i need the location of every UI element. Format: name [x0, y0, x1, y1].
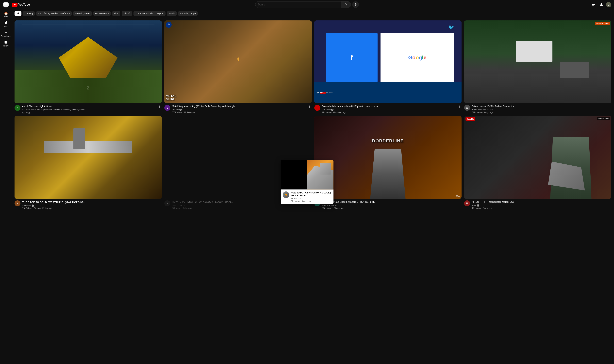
more-button-metalslug[interactable]: ⋮ [307, 104, 312, 108]
video-card-driver[interactable]: Head-On Havoc W Driver Leaves 10-Mile Pa… [464, 20, 611, 115]
trouble-badge: Trouble [465, 117, 475, 121]
thumb-number-overlay: 2 [87, 85, 90, 91]
car-white [516, 41, 552, 62]
video-card-bombshell[interactable]: f Google FOX NEWS CHANNEL 🐦 F [314, 20, 461, 115]
video-info-borderline: B UK Marine Plays Modern Warfare 2 - BOR… [314, 199, 461, 210]
avatar-button[interactable]: G [606, 2, 611, 7]
chip-live[interactable]: Live [112, 11, 120, 16]
facebook-logo: f [326, 33, 377, 82]
channel-avatar-bombshell: F [314, 105, 320, 111]
video-title-airsoft: AIRSOFT TTT - Jet Declares Martial Law! [472, 200, 611, 204]
search-input[interactable] [255, 1, 341, 8]
ps-logo-container: P [166, 22, 172, 28]
video-card-metalslug[interactable]: P METALSLUG 4 B Metal Slug: Awakening (2… [164, 20, 311, 115]
channel-name-driver: Wham Slam Traffic Cam [472, 109, 611, 111]
sidebar-item-shorts[interactable]: Shorts [1, 20, 11, 29]
popup-card[interactable]: 🔫 HOW TO PUT A SWITCH ON A GLOCK ( EDUCA… [281, 160, 334, 204]
popup-title: HOW TO PUT A SWITCH ON A GLOCK ( EDUCATI… [291, 191, 332, 197]
video-meta-metalslug: Metal Slug: Awakening (2023) - Early Gam… [172, 105, 311, 114]
google-text: Google [408, 54, 426, 61]
more-button-bombshell[interactable]: ⋮ [457, 104, 461, 108]
hamburger-line-1 [4, 3, 8, 4]
video-stats-bombshell: 12K views • 39 minutes ago [322, 111, 461, 114]
search-icon [345, 3, 348, 6]
weapon-shape [44, 141, 132, 153]
thumbnail-metalslug: P METALSLUG 4 [164, 20, 311, 103]
youtube-logo[interactable]: YouTube [12, 3, 30, 7]
thumbnail-noah [14, 116, 162, 199]
sidebar-label-subscriptions: Subscriptions [1, 35, 11, 37]
home-icon: 🏠 [4, 12, 8, 15]
more-button-noah[interactable]: ⋮ [157, 200, 162, 204]
mic-button[interactable] [352, 1, 359, 8]
chip-shooting[interactable]: Shooting range [178, 11, 198, 16]
video-card-noah[interactable]: N THE RAGE TO GOLD EVERYTHING. (MW2 MCPR… [14, 116, 162, 210]
header-right: G [578, 1, 611, 8]
popup-left-black [281, 160, 307, 189]
more-button-ad[interactable]: ⋮ [157, 104, 162, 108]
sidebar-item-library[interactable]: Library [1, 39, 11, 48]
video-stats-glock: 27K views • 6 days ago [172, 207, 311, 209]
chip-airsoft[interactable]: Airsoft [122, 11, 132, 16]
glock-shape [320, 163, 331, 174]
video-title-ad: Avoid Effects at High Altitude [22, 105, 162, 108]
chip-all[interactable]: All [14, 11, 21, 16]
video-title-metalslug: Metal Slug: Awakening (2023) - Early Gam… [172, 105, 311, 108]
subscriptions-icon [4, 31, 8, 35]
popup-avatar-img: 🔫 [283, 191, 289, 198]
popup-thumbnail [281, 160, 334, 189]
bell-icon [600, 3, 603, 6]
channel-avatar-ad: A [14, 105, 20, 111]
more-button-driver[interactable]: ⋮ [607, 104, 611, 108]
video-stats-borderline: 847 views • 12 hours ago [322, 207, 461, 209]
chip-cod[interactable]: Call of Duty: Modern Warfare 2 [36, 11, 72, 16]
video-grid: 2 A Avoid Effects at High Altitude We Ar… [12, 18, 614, 115]
video-stats-airsoft: 90K views • 2 days ago [472, 207, 611, 209]
chip-skyrim[interactable]: The Elder Scrolls V: Skyrim [134, 11, 166, 16]
video-info-noah: N THE RAGE TO GOLD EVERYTHING. (MW2 MCPR… [14, 199, 162, 210]
video-card-borderline[interactable]: BORDERLINE MW B UK Marine Plays Modern W… [314, 116, 461, 210]
video-info-ad: A Avoid Effects at High Altitude We Are … [14, 103, 162, 115]
video-card-airsoft[interactable]: Trouble Terrorist Town N AIRSOFT TTT - J… [464, 116, 611, 210]
video-stats-metalslug: 637K views • 11 days ago [172, 111, 311, 114]
ad-label: Ad · ACT [22, 112, 162, 114]
google-logo-area: Google [380, 33, 454, 82]
video-title-driver: Driver Leaves 10-Mile Path of Destructio… [472, 105, 611, 108]
video-meta-bombshell: Bombshell documents show DHS' plan to ce… [322, 105, 461, 114]
thumb-4-text: 4 [237, 56, 239, 62]
chip-ps4[interactable]: PlayStation 4 [93, 11, 111, 16]
thumbnail-driver: Head-On Havoc [464, 20, 611, 103]
thumbnail-borderline: BORDERLINE MW [314, 116, 461, 199]
search-button[interactable] [341, 1, 351, 8]
video-title-borderline: UK Marine Plays Modern Warfare 2 - BORDE… [322, 200, 461, 204]
youtube-logo-icon [12, 3, 17, 7]
video-info-metalslug: B Metal Slug: Awakening (2023) - Early G… [164, 103, 311, 114]
create-button[interactable] [590, 1, 597, 8]
sidebar: 🏠 Home Shorts Subscriptions Library [0, 9, 12, 210]
channel-name-metalslug: Banden ✓ [172, 109, 311, 111]
video-info-driver: W Driver Leaves 10-Mile Path of Destruct… [464, 103, 611, 114]
mic-icon [354, 3, 357, 6]
video-title-bombshell: Bombshell documents show DHS' plan to ce… [322, 105, 461, 108]
weapon-handle [73, 128, 85, 149]
video-info-airsoft: N AIRSOFT TTT - Jet Declares Martial Law… [464, 199, 611, 210]
metal-slug-text: METALSLUG [166, 94, 177, 101]
sidebar-item-subscriptions[interactable]: Subscriptions [1, 29, 11, 39]
shorts-icon [4, 21, 8, 25]
more-button-borderline[interactable]: ⋮ [457, 200, 461, 204]
sidebar-item-home[interactable]: 🏠 Home [1, 11, 11, 19]
more-button-airsoft[interactable]: ⋮ [607, 200, 611, 204]
verified-icon-bombshell: ✓ [331, 109, 334, 111]
notifications-button[interactable] [598, 1, 605, 8]
hamburger-line-3 [4, 6, 8, 6]
chip-music[interactable]: Music [167, 11, 177, 16]
hamburger-menu-button[interactable] [3, 2, 9, 8]
chip-gaming[interactable]: Gaming [23, 11, 35, 16]
popup-meta: HOW TO PUT A SWITCH ON A GLOCK ( EDUCATI… [291, 191, 332, 202]
verified-icon-noah: ✓ [32, 205, 34, 207]
popup-info: 🔫 HOW TO PUT A SWITCH ON A GLOCK ( EDUCA… [281, 189, 334, 204]
video-card-ad[interactable]: 2 A Avoid Effects at High Altitude We Ar… [14, 20, 162, 115]
channel-name-bombshell: Fox News ✓ [322, 109, 461, 111]
chip-stealth[interactable]: Stealth games [73, 11, 92, 16]
popup-avatar-icon: 🔫 [284, 193, 288, 196]
